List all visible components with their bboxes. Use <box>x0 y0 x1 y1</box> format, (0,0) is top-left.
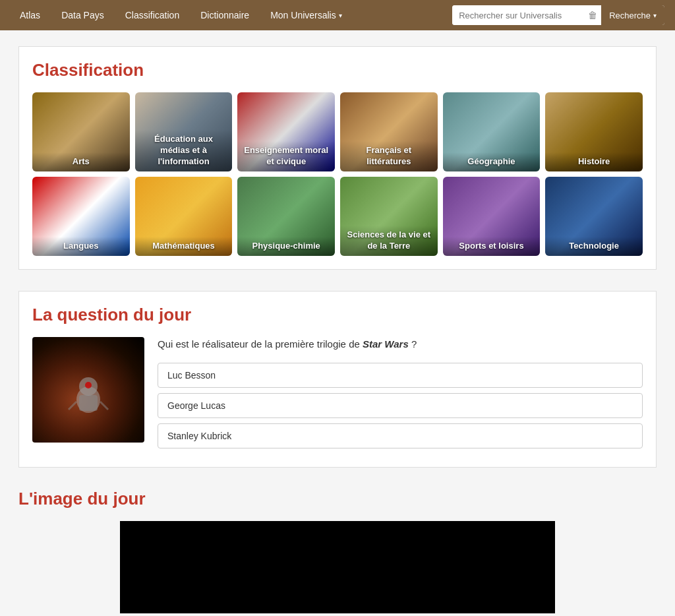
category-histoire[interactable]: Histoire <box>545 92 643 171</box>
main-content: Classification Arts Éducation aux médias… <box>8 30 667 616</box>
category-label: Technologie <box>545 237 643 256</box>
nav-mon-universalis[interactable]: Mon Universalis ▾ <box>261 3 351 27</box>
search-bar: 🗑 Recherche ▾ <box>452 5 664 25</box>
question-content: Qui est le réalisateur de la première tr… <box>158 337 643 454</box>
answer-luc-besson[interactable]: Luc Besson <box>158 363 643 388</box>
category-label: Histoire <box>545 152 643 171</box>
question-text: Qui est le réalisateur de la première tr… <box>158 337 643 352</box>
search-dropdown-icon: ▾ <box>653 12 657 19</box>
category-label: Physique-chimie <box>237 237 335 256</box>
category-label: Enseignement moral et civique <box>237 141 335 171</box>
classification-title: Classification <box>32 60 643 80</box>
search-button[interactable]: Recherche ▾ <box>601 5 664 25</box>
category-label: Géographie <box>443 152 541 171</box>
main-nav: Atlas Data Pays Classification Dictionna… <box>0 0 675 30</box>
category-francais[interactable]: Français et littératures <box>340 92 438 171</box>
category-label: Mathématiques <box>135 237 233 256</box>
category-label: Langues <box>32 237 130 256</box>
question-section: La question du jour Qui <box>18 291 657 468</box>
category-arts[interactable]: Arts <box>32 92 130 171</box>
category-label: Sports et loisirs <box>443 237 541 256</box>
category-education[interactable]: Éducation aux médias et à l'information <box>135 92 233 171</box>
star-wars-image <box>32 337 144 443</box>
classification-section: Classification Arts Éducation aux médias… <box>18 46 657 270</box>
answer-george-lucas[interactable]: George Lucas <box>158 393 643 418</box>
category-sports[interactable]: Sports et loisirs <box>443 177 541 256</box>
chevron-down-icon: ▾ <box>339 12 342 19</box>
category-physique[interactable]: Physique-chimie <box>237 177 335 256</box>
nav-data-pays[interactable]: Data Pays <box>52 3 113 27</box>
category-label: Arts <box>32 152 130 171</box>
r2d2-icon <box>62 363 115 416</box>
category-maths[interactable]: Mathématiques <box>135 177 233 256</box>
category-sciences[interactable]: Sciences de la vie et de la Terre <box>340 177 438 256</box>
category-langues[interactable]: Langues <box>32 177 130 256</box>
category-label: Sciences de la vie et de la Terre <box>340 226 438 256</box>
svg-rect-1 <box>79 395 98 411</box>
nav-classification[interactable]: Classification <box>116 3 189 27</box>
category-label: Éducation aux médias et à l'information <box>135 130 233 171</box>
nav-dictionnaire[interactable]: Dictionnaire <box>191 3 258 27</box>
classification-grid: Arts Éducation aux médias et à l'informa… <box>32 92 643 256</box>
svg-line-5 <box>100 402 108 410</box>
question-body: Qui est le réalisateur de la première tr… <box>32 337 643 454</box>
svg-line-4 <box>69 402 76 410</box>
nav-atlas[interactable]: Atlas <box>11 3 49 27</box>
category-geographie[interactable]: Géographie <box>443 92 541 171</box>
question-image <box>32 337 144 443</box>
image-du-jour-title: L'image du jour <box>18 489 657 509</box>
search-clear-button[interactable]: 🗑 <box>584 10 601 20</box>
category-enseignement[interactable]: Enseignement moral et civique <box>237 92 335 171</box>
svg-point-3 <box>85 382 92 388</box>
answer-stanley-kubrick[interactable]: Stanley Kubrick <box>158 423 643 448</box>
image-du-jour-content <box>120 521 555 613</box>
image-section: L'image du jour <box>18 489 657 613</box>
category-technologie[interactable]: Technologie <box>545 177 643 256</box>
category-label: Français et littératures <box>340 141 438 171</box>
question-title: La question du jour <box>32 305 643 325</box>
answer-options: Luc BessonGeorge LucasStanley Kubrick <box>158 363 643 454</box>
search-input[interactable] <box>452 5 584 25</box>
